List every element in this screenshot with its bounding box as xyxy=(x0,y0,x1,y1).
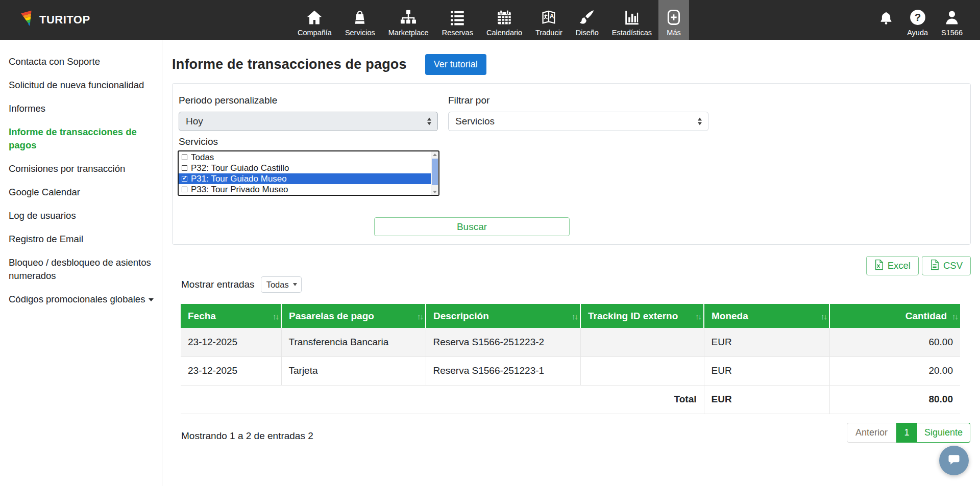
filter-by-select-value: Servicios xyxy=(455,116,495,127)
nav-item-label: Traducir xyxy=(535,29,562,37)
sort-icon xyxy=(417,312,423,320)
sidebar: Contacta con Soporte Solicitud de nueva … xyxy=(0,40,162,486)
nav-item-marketplace[interactable]: Marketplace xyxy=(382,0,435,40)
account-button[interactable]: S1566 xyxy=(939,3,965,40)
filter-by-select[interactable]: Servicios xyxy=(448,112,708,131)
sort-icon xyxy=(572,312,577,320)
services-options: Todas P32: Tour Guiado Castillo P31: Tou… xyxy=(179,152,431,195)
plus-square-icon xyxy=(665,7,682,28)
nav-item-diseno[interactable]: Diseño xyxy=(569,0,605,40)
nav-item-compania[interactable]: Compañía xyxy=(291,0,338,40)
scroll-up-arrow-icon[interactable] xyxy=(431,151,438,158)
sidebar-item-solicitud-funcionalidad[interactable]: Solicitud de nueva funcionalidad xyxy=(0,73,162,97)
sidebar-item-google-calendar[interactable]: Google Calendar xyxy=(0,181,162,204)
column-header-moneda[interactable]: Moneda xyxy=(704,304,829,328)
nav-item-label: Estadísticas xyxy=(612,29,652,37)
translate-icon: A xyxy=(540,7,557,28)
checkbox-unchecked-icon xyxy=(182,155,187,160)
select-updown-icon xyxy=(698,118,702,125)
export-excel-label: Excel xyxy=(888,260,911,271)
nav-item-reservas[interactable]: Reservas xyxy=(435,0,480,40)
nav-item-label: Marketplace xyxy=(388,29,429,37)
turitop-flag-icon xyxy=(19,10,35,30)
sidebar-item-codigos-promocionales[interactable]: Códigos promocionales globales xyxy=(0,288,162,311)
services-listbox[interactable]: Todas P32: Tour Guiado Castillo P31: Tou… xyxy=(178,150,439,196)
nav-item-estadisticas[interactable]: Estadísticas xyxy=(605,0,658,40)
nav-item-traducir[interactable]: A Traducir xyxy=(529,0,569,40)
column-header-pasarelas[interactable]: Pasarelas de pago xyxy=(281,304,426,328)
pagination-previous-button[interactable]: Anterior xyxy=(847,423,896,443)
title-row: Informe de transacciones de pagos Ver tu… xyxy=(172,54,486,75)
show-entries-value: Todas xyxy=(266,280,289,290)
help-label: Ayuda xyxy=(907,29,928,37)
nav-item-label: Reservas xyxy=(442,29,473,37)
scroll-down-arrow-icon[interactable] xyxy=(431,189,438,195)
listbox-scrollbar[interactable] xyxy=(431,151,438,195)
sidebar-item-contacta-con-soporte[interactable]: Contacta con Soporte xyxy=(0,50,162,73)
column-header-fecha[interactable]: Fecha xyxy=(181,304,281,328)
caret-down-icon xyxy=(149,298,154,301)
nav-item-label: Compañía xyxy=(298,29,332,37)
period-select[interactable]: Hoy xyxy=(179,112,438,131)
checkbox-unchecked-icon xyxy=(182,165,187,171)
nav-item-label: Diseño xyxy=(576,29,599,37)
export-excel-button[interactable]: Excel xyxy=(866,256,919,275)
excel-file-icon xyxy=(874,259,884,273)
csv-file-icon xyxy=(930,259,939,273)
sort-icon xyxy=(695,312,701,320)
listbox-option-p33[interactable]: P33: Tour Privado Museo xyxy=(179,184,431,195)
page-title: Informe de transacciones de pagos xyxy=(172,57,407,72)
sidebar-item-registro-email[interactable]: Registro de Email xyxy=(0,227,162,251)
sidebar-item-informes[interactable]: Informes xyxy=(0,97,162,120)
filter-by-label: Filtrar por xyxy=(448,95,489,106)
brand-logo[interactable]: TURITOP xyxy=(19,0,90,40)
listbox-option-todas[interactable]: Todas xyxy=(179,152,431,163)
navbar-right-group: ? Ayuda S1566 xyxy=(876,0,965,40)
show-entries-control: Mostrar entradas Todas xyxy=(181,276,302,293)
table-header-row: Fecha Pasarelas de pago Descripción Trac… xyxy=(181,304,960,328)
table-row: 23-12-2025 Tarjeta Reserva S1566-251223-… xyxy=(181,356,960,385)
question-circle-icon: ? xyxy=(909,7,926,28)
sidebar-item-comisiones[interactable]: Comisiones por transacción xyxy=(0,157,162,181)
table-total-row: Total EUR 80.00 xyxy=(181,385,960,414)
export-csv-button[interactable]: CSV xyxy=(922,256,971,275)
nav-item-mas[interactable]: Más xyxy=(658,0,689,40)
nav-item-servicios[interactable]: Servicios xyxy=(338,0,382,40)
sort-icon xyxy=(952,312,958,320)
sidebar-item-informe-transacciones[interactable]: Informe de transacciones de pagos xyxy=(0,120,162,157)
help-button[interactable]: ? Ayuda xyxy=(905,3,930,40)
top-navbar: TURITOP Compañía Servicios Marketplace R… xyxy=(0,0,980,40)
column-header-cantidad[interactable]: Cantidad xyxy=(829,304,960,328)
export-buttons: Excel CSV xyxy=(866,256,971,275)
period-select-value: Hoy xyxy=(186,116,203,127)
chat-widget-button[interactable] xyxy=(939,446,969,475)
sidebar-item-log-usuarios[interactable]: Log de usuarios xyxy=(0,204,162,227)
account-label: S1566 xyxy=(941,29,963,37)
sidebar-item-bloqueo-asientos[interactable]: Bloqueo / desbloqueo de asientos numerad… xyxy=(0,251,162,288)
search-button[interactable]: Buscar xyxy=(374,217,570,236)
pagination-next-button[interactable]: Siguiente xyxy=(917,423,970,443)
pagination-page-1-button[interactable]: 1 xyxy=(896,423,917,443)
total-currency: EUR xyxy=(704,385,829,414)
scrollbar-thumb[interactable] xyxy=(432,159,438,185)
sidebar-item-label: Códigos promocionales globales xyxy=(9,294,145,304)
services-label: Servicios xyxy=(179,136,218,147)
cell-moneda: EUR xyxy=(704,328,829,356)
show-entries-select[interactable]: Todas xyxy=(261,276,302,293)
list-icon xyxy=(449,7,466,28)
column-header-tracking[interactable]: Tracking ID externo xyxy=(580,304,704,328)
listbox-option-p31[interactable]: P31: Tour Guiado Museo xyxy=(179,173,431,184)
transactions-table: Fecha Pasarelas de pago Descripción Trac… xyxy=(181,304,960,414)
home-icon xyxy=(305,7,324,28)
chat-bubble-icon xyxy=(947,452,961,469)
sort-icon xyxy=(273,312,278,320)
calendar-icon xyxy=(496,7,513,28)
svg-text:?: ? xyxy=(914,11,921,23)
listbox-option-p32[interactable]: P32: Tour Guiado Castillo xyxy=(179,163,431,173)
total-amount: 80.00 xyxy=(829,385,960,414)
tutorial-button[interactable]: Ver tutorial xyxy=(425,54,486,75)
column-header-descripcion[interactable]: Descripción xyxy=(426,304,580,328)
nav-item-calendario[interactable]: Calendario xyxy=(480,0,529,40)
period-label: Periodo personalizable xyxy=(179,95,277,106)
notifications-button[interactable] xyxy=(876,4,896,40)
